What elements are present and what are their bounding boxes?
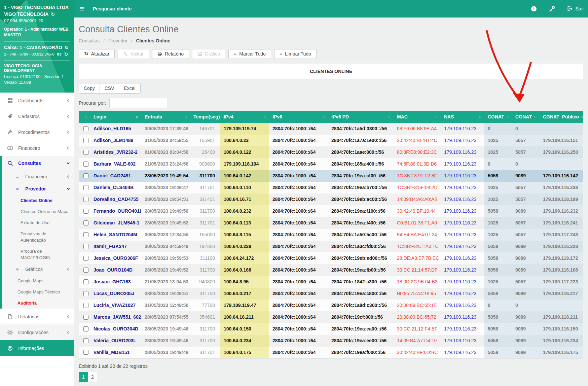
nas-link-cell[interactable]: 179.109.116.23 xyxy=(441,182,484,194)
login-cell[interactable]: Aristides_JVR232-2 xyxy=(90,146,141,158)
row-checkbox[interactable] xyxy=(83,244,88,249)
column-header-cgnat-1[interactable]: CGNAT↑↓ xyxy=(484,111,512,123)
refresh-icon[interactable]: ↻ xyxy=(51,11,55,17)
row-checkbox[interactable] xyxy=(83,303,88,308)
sidebar-item-informacoes[interactable]: Informações xyxy=(0,340,74,356)
login-cell[interactable]: Dorvalino_CAD4755 xyxy=(90,194,141,205)
column-header-nas[interactable]: NAS↑↓ xyxy=(441,111,484,123)
column-header-ipv6[interactable]: IPv6↑↓ xyxy=(269,111,328,123)
login-cell[interactable]: Marcos_JAW551_602 xyxy=(90,311,141,323)
row-checkbox[interactable] xyxy=(83,138,88,143)
nas-link-cell[interactable]: 179.109.116.23 xyxy=(441,170,484,182)
row-checkbox[interactable] xyxy=(83,162,88,167)
row-checkbox[interactable] xyxy=(83,291,88,296)
page-button-1[interactable]: 1 xyxy=(79,372,88,382)
login-cell[interactable]: Gilciomar_JLM545-1 xyxy=(90,217,141,229)
column-header-ipv6pd[interactable]: IPv6 PD↑↓ xyxy=(328,111,394,123)
copy-button[interactable]: Copy xyxy=(79,83,100,94)
sidebar-item-clientes-online-no-mapa[interactable]: Clientes Online no Mapa xyxy=(2,206,74,217)
row-checkbox[interactable] xyxy=(83,350,88,355)
grafico-button[interactable]: Gráfico xyxy=(192,49,225,59)
login-cell[interactable]: Adilson_HLD165 xyxy=(90,123,141,135)
column-header-select[interactable]: ↑↓ xyxy=(79,111,90,123)
login-cell[interactable]: Barbara_VALE-602 xyxy=(90,158,141,170)
kickar-button[interactable]: Kickar xyxy=(118,49,149,59)
login-cell[interactable]: Lucas_OURO205J xyxy=(90,288,141,300)
login-cell[interactable]: Vanilla_MDB151 xyxy=(90,347,141,358)
row-checkbox[interactable] xyxy=(83,126,88,131)
nas-link-cell[interactable]: 179.109.116.23 xyxy=(441,264,484,276)
nas-link-cell[interactable]: 179.109.116.23 xyxy=(441,300,484,311)
column-header-mac[interactable]: MAC↑↓ xyxy=(394,111,441,123)
nas-link-cell[interactable]: 179.109.116.23 xyxy=(441,252,484,264)
nas-link-cell[interactable]: 179.109.116.23 xyxy=(441,335,484,347)
nas-link-cell[interactable]: 179.109.116.23 xyxy=(441,241,484,252)
refresh-icon[interactable]: ↻ xyxy=(65,45,69,50)
login-cell[interactable]: Helen_SANTO204M xyxy=(90,229,141,241)
sidebar-item-dashboards[interactable]: Dashboards xyxy=(0,93,74,108)
login-cell[interactable]: Nicolas_OURO304D xyxy=(90,323,141,335)
row-checkbox[interactable] xyxy=(83,326,88,331)
key-icon[interactable] xyxy=(549,6,555,12)
login-cell[interactable]: Adilson_JLM1488 xyxy=(90,135,141,146)
login-cell[interactable]: Itamir_FGK247 xyxy=(90,241,141,252)
nas-link-cell[interactable]: 179.109.116.23 xyxy=(441,229,484,241)
login-cell[interactable]: Joao_OURO104D xyxy=(90,264,141,276)
sidebar-item-procedimentos[interactable]: Procedimentos xyxy=(0,124,74,140)
sidebar-item-configuracoes[interactable]: Configurações xyxy=(0,324,74,340)
limpar-tudo-button[interactable]: ≡ Limpar Tudo xyxy=(274,49,317,59)
csv-button[interactable]: CSV xyxy=(100,83,119,94)
sidebar-item-provedor[interactable]: ≡ Provedor xyxy=(2,183,74,195)
sidebar-item-google-maps[interactable]: Google Maps xyxy=(2,275,74,286)
column-header-ipv4[interactable]: IPv4↑↓ xyxy=(220,111,269,123)
nas-link-cell[interactable]: 179.109.116.23 xyxy=(441,205,484,217)
marcar-tudo-button[interactable]: ≡ Marcar Tudo xyxy=(228,49,271,59)
sidebar-item-auditoria[interactable]: Auditoria xyxy=(2,297,74,309)
login-cell[interactable]: Daniel_CAD2491 xyxy=(90,170,141,182)
sidebar-item-tentativas-autenticacao[interactable]: Tentativas de Autenticação xyxy=(2,228,64,246)
hamburger-menu-icon[interactable]: ≡ xyxy=(79,5,84,13)
column-header-entrada[interactable]: Entrada↑↓ xyxy=(141,111,190,123)
nas-link-cell[interactable]: 179.109.116.23 xyxy=(441,135,484,146)
relatorio-button[interactable]: Relatório xyxy=(152,49,189,59)
row-checkbox[interactable] xyxy=(83,150,88,155)
excel-button[interactable]: Excel xyxy=(119,83,140,94)
nas-link-cell[interactable]: 179.109.116.23 xyxy=(441,217,484,229)
sidebar-item-relatorios[interactable]: Relatórios xyxy=(0,309,74,324)
login-cell[interactable]: Josiani_GHC163 xyxy=(90,276,141,288)
nas-link-cell[interactable]: 179.109.116.23 xyxy=(441,323,484,335)
row-checkbox[interactable] xyxy=(83,279,88,284)
row-checkbox[interactable] xyxy=(83,220,88,225)
nas-link-cell[interactable]: 179.109.116.23 xyxy=(441,347,484,358)
sidebar-item-cadastros[interactable]: Cadastros xyxy=(0,108,74,124)
sidebar-item-google-maps-tecnico[interactable]: Google Maps Técnico xyxy=(2,286,74,297)
sidebar-item-procura-mac-ip-login[interactable]: Procura de MAC/IP/LOGIN xyxy=(2,246,59,263)
column-header-cgnat-2[interactable]: CGNAT↑↓ xyxy=(512,111,540,123)
nas-link-cell[interactable]: 179.109.116.23 xyxy=(441,276,484,288)
nas-link-cell[interactable]: 179.109.116.23 xyxy=(441,311,484,323)
sidebar-item-graficos[interactable]: ≡ Gráficos xyxy=(2,263,74,275)
sidebar-item-extrato-de-uso[interactable]: Extrato de Uso xyxy=(2,217,74,228)
nas-link-cell[interactable]: 179.109.116.23 xyxy=(441,158,484,170)
login-cell[interactable]: Valeria_OURO203L xyxy=(90,335,141,347)
breadcrumb-consultas[interactable]: Consultas xyxy=(79,38,100,43)
info-icon[interactable] xyxy=(531,6,537,12)
search-input[interactable] xyxy=(109,98,168,108)
row-checkbox[interactable] xyxy=(83,185,88,190)
login-cell[interactable]: Luciria_VIVAZ1027 xyxy=(90,300,141,311)
column-header-tempo[interactable]: Tempo(seg)↑↓ xyxy=(190,111,220,123)
login-cell[interactable]: Fernando_OURO401L xyxy=(90,205,141,217)
row-checkbox[interactable] xyxy=(83,209,88,214)
sidebar-item-clientes-online[interactable]: Clientes Online xyxy=(2,195,74,206)
column-header-cgnat-publico[interactable]: CGNAT_Público↑↓ xyxy=(540,111,583,123)
refresh-icon[interactable]: ↻ xyxy=(64,51,68,57)
row-checkbox[interactable] xyxy=(83,232,88,237)
nas-link-cell[interactable]: 179.109.116.23 xyxy=(441,123,484,135)
page-button-2[interactable]: 2 xyxy=(88,372,97,382)
row-checkbox[interactable] xyxy=(83,197,88,202)
sidebar-item-consultas-financeiro[interactable]: ≡ Financeiro xyxy=(2,171,74,183)
nas-link-cell[interactable]: 179.109.116.23 xyxy=(441,146,484,158)
row-checkbox[interactable] xyxy=(83,268,88,273)
column-header-login[interactable]: Login↑↓ xyxy=(90,111,141,123)
pesquisar-cliente-menu[interactable]: Pesquisar cliente xyxy=(93,6,132,11)
